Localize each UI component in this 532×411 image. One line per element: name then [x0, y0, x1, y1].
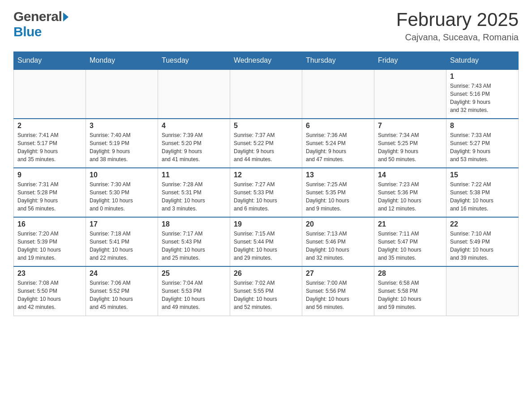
day-info: Sunrise: 7:04 AM Sunset: 5:53 PM Dayligh…	[162, 279, 226, 311]
calendar-header-row: SundayMondayTuesdayWednesdayThursdayFrid…	[14, 52, 519, 70]
calendar-day-cell: 20Sunrise: 7:13 AM Sunset: 5:46 PM Dayli…	[302, 217, 374, 266]
day-number: 3	[90, 122, 154, 130]
calendar-day-cell	[86, 69, 158, 119]
day-number: 28	[378, 270, 442, 278]
day-number: 24	[90, 270, 154, 278]
calendar-day-cell: 26Sunrise: 7:02 AM Sunset: 5:55 PM Dayli…	[230, 266, 302, 316]
day-number: 16	[17, 220, 82, 228]
calendar-day-cell: 12Sunrise: 7:27 AM Sunset: 5:33 PM Dayli…	[230, 168, 302, 217]
calendar-day-cell: 28Sunrise: 6:58 AM Sunset: 5:58 PM Dayli…	[374, 266, 446, 316]
calendar-day-cell: 24Sunrise: 7:06 AM Sunset: 5:52 PM Dayli…	[86, 266, 158, 316]
logo-blue-text: Blue	[13, 24, 42, 39]
calendar-day-cell: 9Sunrise: 7:31 AM Sunset: 5:28 PM Daylig…	[14, 168, 86, 217]
day-info: Sunrise: 7:02 AM Sunset: 5:55 PM Dayligh…	[234, 279, 298, 311]
day-number: 18	[162, 220, 226, 228]
day-info: Sunrise: 7:20 AM Sunset: 5:39 PM Dayligh…	[17, 230, 82, 262]
day-number: 19	[234, 220, 298, 228]
day-of-week-header: Tuesday	[158, 52, 230, 70]
day-info: Sunrise: 7:36 AM Sunset: 5:24 PM Dayligh…	[306, 131, 370, 163]
month-title: February 2025	[396, 9, 519, 30]
day-number: 6	[306, 122, 370, 130]
calendar-day-cell	[158, 69, 230, 119]
calendar-day-cell: 14Sunrise: 7:23 AM Sunset: 5:36 PM Dayli…	[374, 168, 446, 217]
day-number: 1	[450, 73, 515, 81]
calendar-day-cell: 4Sunrise: 7:39 AM Sunset: 5:20 PM Daylig…	[158, 119, 230, 168]
calendar-day-cell	[302, 69, 374, 119]
calendar-week-row: 16Sunrise: 7:20 AM Sunset: 5:39 PM Dayli…	[14, 217, 519, 266]
calendar-day-cell: 6Sunrise: 7:36 AM Sunset: 5:24 PM Daylig…	[302, 119, 374, 168]
day-info: Sunrise: 7:18 AM Sunset: 5:41 PM Dayligh…	[90, 230, 154, 262]
day-number: 25	[162, 270, 226, 278]
day-number: 20	[306, 220, 370, 228]
day-of-week-header: Saturday	[446, 52, 519, 70]
calendar-day-cell: 17Sunrise: 7:18 AM Sunset: 5:41 PM Dayli…	[86, 217, 158, 266]
calendar-day-cell: 10Sunrise: 7:30 AM Sunset: 5:30 PM Dayli…	[86, 168, 158, 217]
calendar-day-cell: 19Sunrise: 7:15 AM Sunset: 5:44 PM Dayli…	[230, 217, 302, 266]
calendar-day-cell: 2Sunrise: 7:41 AM Sunset: 5:17 PM Daylig…	[14, 119, 86, 168]
calendar-day-cell	[14, 69, 86, 119]
day-info: Sunrise: 7:33 AM Sunset: 5:27 PM Dayligh…	[450, 131, 515, 163]
day-of-week-header: Friday	[374, 52, 446, 70]
day-info: Sunrise: 6:58 AM Sunset: 5:58 PM Dayligh…	[378, 279, 442, 311]
day-of-week-header: Thursday	[302, 52, 374, 70]
calendar-day-cell: 11Sunrise: 7:28 AM Sunset: 5:31 PM Dayli…	[158, 168, 230, 217]
day-info: Sunrise: 7:30 AM Sunset: 5:30 PM Dayligh…	[90, 180, 154, 213]
calendar-day-cell: 8Sunrise: 7:33 AM Sunset: 5:27 PM Daylig…	[446, 119, 519, 168]
logo-general-text: General	[13, 9, 62, 24]
calendar-day-cell: 15Sunrise: 7:22 AM Sunset: 5:38 PM Dayli…	[446, 168, 519, 217]
day-number: 7	[378, 122, 442, 130]
day-number: 14	[378, 171, 442, 179]
day-info: Sunrise: 7:11 AM Sunset: 5:47 PM Dayligh…	[378, 230, 442, 262]
calendar-day-cell: 7Sunrise: 7:34 AM Sunset: 5:25 PM Daylig…	[374, 119, 446, 168]
title-section: February 2025 Cajvana, Suceava, Romania	[396, 9, 519, 43]
calendar-day-cell: 25Sunrise: 7:04 AM Sunset: 5:53 PM Dayli…	[158, 266, 230, 316]
day-info: Sunrise: 7:23 AM Sunset: 5:36 PM Dayligh…	[378, 180, 442, 213]
day-info: Sunrise: 7:08 AM Sunset: 5:50 PM Dayligh…	[17, 279, 82, 311]
calendar-week-row: 9Sunrise: 7:31 AM Sunset: 5:28 PM Daylig…	[14, 168, 519, 217]
day-info: Sunrise: 7:13 AM Sunset: 5:46 PM Dayligh…	[306, 230, 370, 262]
calendar-day-cell	[230, 69, 302, 119]
calendar-day-cell: 16Sunrise: 7:20 AM Sunset: 5:39 PM Dayli…	[14, 217, 86, 266]
day-number: 22	[450, 220, 515, 228]
day-number: 26	[234, 270, 298, 278]
logo: General Blue	[13, 9, 69, 39]
day-info: Sunrise: 7:39 AM Sunset: 5:20 PM Dayligh…	[162, 131, 226, 163]
day-number: 23	[17, 270, 82, 278]
calendar-week-row: 23Sunrise: 7:08 AM Sunset: 5:50 PM Dayli…	[14, 266, 519, 316]
calendar-week-row: 2Sunrise: 7:41 AM Sunset: 5:17 PM Daylig…	[14, 119, 519, 168]
location-title: Cajvana, Suceava, Romania	[396, 32, 519, 43]
calendar-table: SundayMondayTuesdayWednesdayThursdayFrid…	[13, 51, 519, 316]
day-of-week-header: Wednesday	[230, 52, 302, 70]
page-header: General Blue February 2025 Cajvana, Suce…	[13, 9, 519, 43]
day-number: 4	[162, 122, 226, 130]
calendar-day-cell: 27Sunrise: 7:00 AM Sunset: 5:56 PM Dayli…	[302, 266, 374, 316]
day-info: Sunrise: 7:17 AM Sunset: 5:43 PM Dayligh…	[162, 230, 226, 262]
day-info: Sunrise: 7:25 AM Sunset: 5:35 PM Dayligh…	[306, 180, 370, 213]
day-info: Sunrise: 7:06 AM Sunset: 5:52 PM Dayligh…	[90, 279, 154, 311]
day-info: Sunrise: 7:10 AM Sunset: 5:49 PM Dayligh…	[450, 230, 515, 262]
day-number: 8	[450, 122, 515, 130]
day-info: Sunrise: 7:15 AM Sunset: 5:44 PM Dayligh…	[234, 230, 298, 262]
day-info: Sunrise: 7:27 AM Sunset: 5:33 PM Dayligh…	[234, 180, 298, 213]
day-info: Sunrise: 7:28 AM Sunset: 5:31 PM Dayligh…	[162, 180, 226, 213]
day-number: 5	[234, 122, 298, 130]
calendar-day-cell: 13Sunrise: 7:25 AM Sunset: 5:35 PM Dayli…	[302, 168, 374, 217]
day-number: 27	[306, 270, 370, 278]
day-of-week-header: Monday	[86, 52, 158, 70]
day-info: Sunrise: 7:43 AM Sunset: 5:16 PM Dayligh…	[450, 82, 515, 114]
day-number: 11	[162, 171, 226, 179]
calendar-day-cell: 3Sunrise: 7:40 AM Sunset: 5:19 PM Daylig…	[86, 119, 158, 168]
day-number: 13	[306, 171, 370, 179]
calendar-day-cell: 23Sunrise: 7:08 AM Sunset: 5:50 PM Dayli…	[14, 266, 86, 316]
calendar-day-cell: 1Sunrise: 7:43 AM Sunset: 5:16 PM Daylig…	[446, 69, 519, 119]
day-info: Sunrise: 7:41 AM Sunset: 5:17 PM Dayligh…	[17, 131, 82, 163]
day-number: 15	[450, 171, 515, 179]
day-number: 9	[17, 171, 82, 179]
day-info: Sunrise: 7:22 AM Sunset: 5:38 PM Dayligh…	[450, 180, 515, 213]
day-number: 21	[378, 220, 442, 228]
logo-arrow-icon	[63, 13, 69, 21]
calendar-day-cell: 21Sunrise: 7:11 AM Sunset: 5:47 PM Dayli…	[374, 217, 446, 266]
day-info: Sunrise: 7:31 AM Sunset: 5:28 PM Dayligh…	[17, 180, 82, 213]
day-number: 17	[90, 220, 154, 228]
calendar-day-cell: 22Sunrise: 7:10 AM Sunset: 5:49 PM Dayli…	[446, 217, 519, 266]
